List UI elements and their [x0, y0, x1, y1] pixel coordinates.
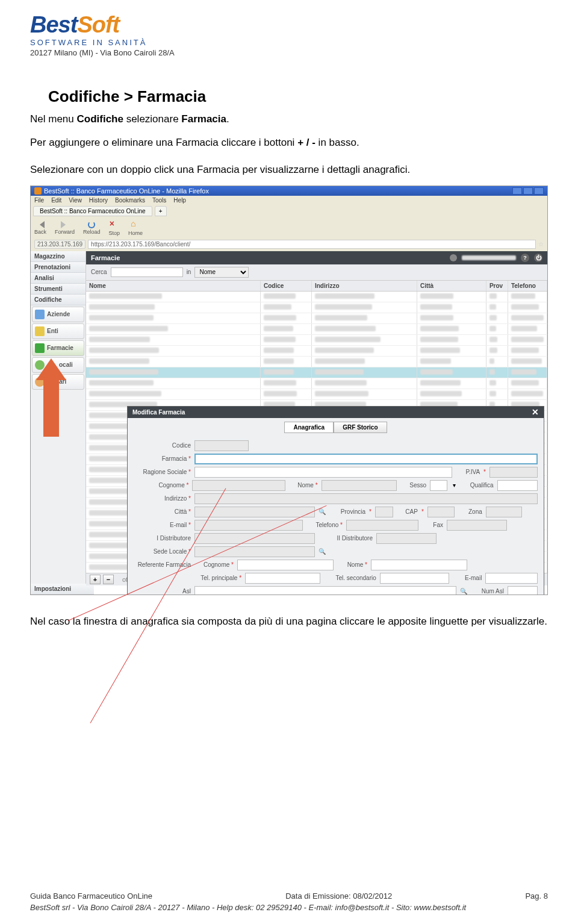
close-window-button[interactable]	[534, 187, 544, 195]
sidebar-item-analisi[interactable]: Analisi	[31, 273, 85, 284]
menu-tools[interactable]: Tools	[152, 197, 166, 204]
table-row[interactable]	[86, 302, 547, 313]
add-row-button[interactable]: +	[90, 575, 101, 584]
table-row[interactable]	[86, 389, 547, 400]
table-row[interactable]	[86, 378, 547, 389]
input-provincia[interactable]	[375, 507, 393, 517]
footer-right: Pag. 8	[525, 891, 548, 901]
input-tel-princ[interactable]	[245, 573, 320, 584]
menu-help[interactable]: Help	[173, 197, 186, 204]
nav-back-button[interactable]: Back	[34, 221, 46, 235]
browser-tab-active[interactable]: BestSoft :: Banco Farmaceutico OnLine	[33, 206, 152, 216]
user-name-blurred	[462, 255, 516, 260]
col-indirizzo[interactable]: Indirizzo	[312, 281, 417, 291]
menu-history[interactable]: History	[89, 197, 108, 204]
input-codice[interactable]	[194, 440, 249, 451]
table-row[interactable]	[86, 324, 547, 335]
input-sesso[interactable]	[430, 480, 447, 491]
search-icon[interactable]: 🔍	[460, 588, 467, 595]
back-icon	[36, 221, 45, 228]
input-dist2[interactable]	[376, 533, 437, 544]
logo-address: 20127 Milano (MI) - Via Bono Cairoli 28/…	[30, 48, 548, 57]
in-label: in	[187, 269, 191, 275]
bookmark-star-icon[interactable]: ☆	[538, 241, 544, 248]
label-asl: Asl	[134, 588, 191, 595]
search-icon[interactable]: 🔍	[319, 548, 326, 555]
input-tel-sec[interactable]	[380, 573, 449, 584]
input-cognome[interactable]	[192, 480, 285, 491]
nav-home-button[interactable]: ⌂Home	[128, 220, 143, 236]
close-icon[interactable]: ✕	[532, 409, 539, 416]
remove-row-button[interactable]: −	[103, 575, 114, 584]
company-logo-block: BestSoft SOFTWARE IN SANITÀ 20127 Milano…	[30, 12, 548, 57]
sidebar-item-prenotazioni[interactable]: Prenotazioni	[31, 262, 85, 273]
col-citta[interactable]: Città	[417, 281, 486, 291]
input-farmacia[interactable]	[194, 454, 538, 464]
nav-stop-button[interactable]: ×Stop	[109, 220, 120, 236]
search-field-select[interactable]: Nome	[194, 267, 249, 278]
input-dist1[interactable]	[194, 533, 315, 544]
input-numasl[interactable]	[508, 586, 538, 595]
input-fax[interactable]	[447, 520, 507, 531]
input-ref-email[interactable]	[485, 573, 538, 584]
input-email[interactable]	[194, 520, 303, 531]
input-qualifica[interactable]	[497, 480, 538, 491]
col-prov[interactable]: Prov	[486, 281, 508, 291]
table-row[interactable]	[86, 357, 547, 367]
input-telefono[interactable]	[346, 520, 418, 531]
dialog-titlebar: Modifica Farmacia ✕	[128, 407, 544, 418]
minimize-button[interactable]	[512, 187, 522, 195]
menu-file[interactable]: File	[34, 197, 44, 204]
new-tab-button[interactable]: +	[155, 206, 167, 216]
table-row[interactable]	[86, 367, 547, 378]
input-ref-cognome[interactable]	[237, 560, 334, 570]
input-asl[interactable]	[194, 586, 456, 595]
sidebar-sub-enti[interactable]: Enti	[32, 323, 84, 339]
col-telefono[interactable]: Telefono	[508, 281, 547, 291]
home-icon: ⌂	[131, 220, 140, 229]
menu-edit[interactable]: Edit	[51, 197, 61, 204]
maximize-button[interactable]	[523, 187, 533, 195]
help-icon[interactable]: ?	[521, 254, 529, 262]
sidebar-sub-farmacie[interactable]: Farmacie	[32, 340, 84, 356]
url-input[interactable]: https://213.203.175.169/Banco/client/	[88, 240, 536, 249]
footer-center: Data di Emissione: 08/02/2012	[285, 891, 392, 901]
sidebar-sub-label: Enti	[47, 328, 58, 334]
sidebar-item-codifiche[interactable]: Codifiche	[31, 295, 85, 305]
tab-grf-storico[interactable]: GRF Storico	[334, 422, 387, 433]
url-host-chip[interactable]: 213.203.175.169	[34, 240, 85, 249]
nav-forward-button[interactable]: Forward	[55, 221, 75, 235]
search-label: Cerca	[91, 269, 107, 275]
tab-anagrafica[interactable]: Anagrafica	[284, 422, 334, 433]
table-row[interactable]	[86, 335, 547, 346]
table-row[interactable]	[86, 292, 547, 302]
input-ragsoc[interactable]	[194, 467, 452, 478]
logo-subtitle: SOFTWARE IN SANITÀ	[30, 38, 548, 47]
menu-bookmarks[interactable]: Bookmarks	[115, 197, 145, 204]
input-ref-nome[interactable]	[371, 560, 467, 570]
table-row[interactable]	[86, 313, 547, 324]
label-dist2: II Distributore	[319, 535, 373, 542]
input-zona[interactable]	[486, 507, 522, 517]
label-ref-nome: Nome *	[337, 561, 367, 568]
menu-view[interactable]: View	[69, 197, 82, 204]
sidebar-item-impostazioni[interactable]: Impostazioni	[31, 584, 94, 595]
nav-reload-button[interactable]: Reload	[83, 221, 101, 235]
col-nome[interactable]: Nome	[86, 281, 261, 291]
sidebar-item-strumenti[interactable]: Strumenti	[31, 284, 85, 295]
input-piva[interactable]	[489, 467, 538, 478]
search-icon[interactable]: 🔍	[319, 508, 326, 515]
sidebar-item-magazzino[interactable]: Magazzino	[31, 251, 85, 262]
paragraph-2: Per aggiungere o eliminare una Farmacia …	[30, 134, 548, 151]
table-row[interactable]	[86, 346, 547, 357]
col-codice[interactable]: Codice	[261, 281, 312, 291]
label-tel-sec: Tel. secondario	[324, 575, 376, 581]
sidebar-sub-aziende[interactable]: Aziende	[32, 307, 84, 322]
window-titlebar: BestSoft :: Banco Farmaceutico OnLine - …	[31, 186, 547, 196]
search-input[interactable]	[111, 267, 183, 277]
input-cap[interactable]	[427, 507, 455, 517]
input-nome[interactable]	[322, 480, 397, 491]
logout-icon[interactable]: ⏻	[534, 254, 542, 262]
input-indirizzo[interactable]	[194, 493, 538, 504]
logo-best: Best	[30, 12, 77, 37]
